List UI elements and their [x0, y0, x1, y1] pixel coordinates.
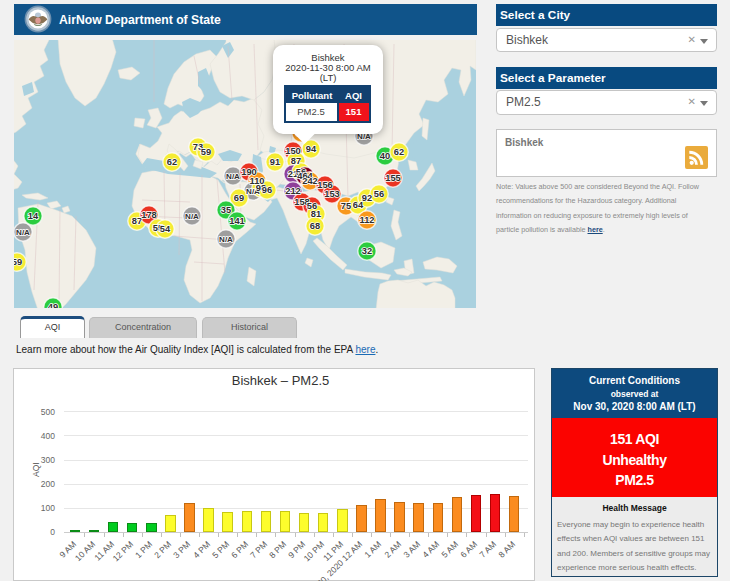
svg-text:178: 178: [141, 210, 157, 220]
svg-text:94: 94: [306, 144, 317, 154]
svg-text:N/A: N/A: [185, 212, 199, 221]
svg-text:N/A: N/A: [226, 172, 240, 181]
svg-text:141: 141: [229, 216, 245, 226]
svg-text:87: 87: [291, 156, 301, 166]
svg-text:112: 112: [360, 215, 375, 225]
svg-text:N/A: N/A: [219, 235, 233, 244]
svg-text:35: 35: [221, 205, 231, 215]
svg-text:54: 54: [160, 224, 171, 234]
svg-text:68: 68: [310, 221, 320, 231]
svg-text:153: 153: [324, 189, 340, 199]
svg-text:32: 32: [362, 246, 372, 256]
svg-text:96: 96: [262, 185, 272, 195]
svg-text:N/A: N/A: [16, 228, 30, 237]
svg-text:40: 40: [380, 151, 390, 161]
svg-text:75: 75: [341, 201, 351, 211]
svg-text:62: 62: [167, 157, 177, 167]
svg-text:69: 69: [234, 193, 244, 203]
svg-text:92: 92: [362, 193, 372, 203]
svg-text:91: 91: [270, 157, 280, 167]
svg-text:81: 81: [311, 209, 321, 219]
svg-text:59: 59: [201, 147, 211, 157]
svg-text:62: 62: [394, 147, 404, 157]
svg-text:242: 242: [302, 176, 318, 186]
svg-text:14: 14: [28, 211, 39, 221]
svg-text:56: 56: [374, 189, 384, 199]
svg-text:212: 212: [285, 186, 301, 196]
svg-text:59: 59: [14, 257, 22, 267]
svg-text:155: 155: [385, 173, 401, 183]
svg-text:49: 49: [48, 302, 58, 308]
svg-text:150: 150: [285, 146, 301, 156]
